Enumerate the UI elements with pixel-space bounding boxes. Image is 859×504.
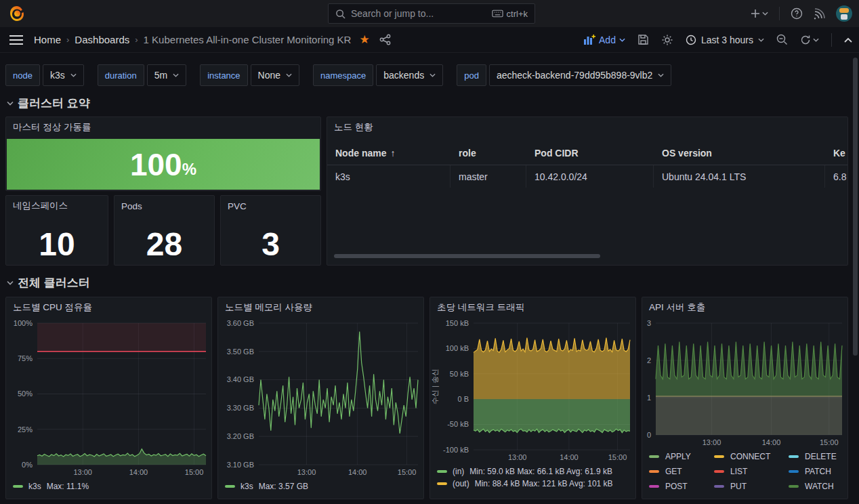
breadcrumb-home[interactable]: Home xyxy=(34,34,61,45)
table-header-row: Node name↑ role Pod CIDR OS version Ke xyxy=(327,142,847,165)
variable-namespace-label[interactable]: namespace xyxy=(313,64,373,86)
chevron-down-icon xyxy=(619,38,625,42)
legend-series-name[interactable]: PATCH xyxy=(805,467,831,476)
cpu-usage-chart[interactable]: 0%25%50%75%100%13:0014:0015:00 xyxy=(6,318,211,478)
chevron-down-icon xyxy=(286,73,292,77)
series-color-swatch[interactable] xyxy=(714,485,724,488)
new-menu-button[interactable] xyxy=(751,9,768,18)
memory-usage-chart[interactable]: 3.10 GB3.20 GB3.30 GB3.40 GB3.50 GB3.60 … xyxy=(218,318,423,478)
api-server-calls-chart[interactable]: 012313:0014:0015:00 xyxy=(642,318,847,448)
panel-api-server-calls-title[interactable]: API 서버 호출 xyxy=(642,297,847,318)
legend-series-name[interactable]: WATCH xyxy=(805,482,834,491)
breadcrumb-dashboards[interactable]: Dashboards xyxy=(75,34,129,45)
pvc-stat-value: 3 xyxy=(221,226,320,263)
svg-text:100%: 100% xyxy=(14,319,33,327)
table-horizontal-scrollbar[interactable] xyxy=(334,254,600,258)
svg-text:1: 1 xyxy=(647,394,651,402)
column-header-pod-cidr[interactable]: Pod CIDR xyxy=(526,148,654,159)
legend-series-name[interactable]: GET xyxy=(665,467,682,476)
series-color-swatch[interactable] xyxy=(437,482,447,485)
news-button[interactable] xyxy=(814,8,825,20)
legend-series-name[interactable]: (in) xyxy=(453,467,464,476)
variable-node-label[interactable]: node xyxy=(5,64,40,86)
series-color-swatch[interactable] xyxy=(649,485,659,488)
add-panel-button[interactable]: Add xyxy=(584,35,625,45)
svg-text:13:00: 13:00 xyxy=(508,453,527,461)
svg-text:14:00: 14:00 xyxy=(560,453,579,461)
column-header-role[interactable]: role xyxy=(451,148,526,159)
series-color-swatch[interactable] xyxy=(225,485,235,488)
series-color-swatch[interactable] xyxy=(714,470,724,473)
cell-node-name: k3s xyxy=(327,165,451,188)
variable-pod-value[interactable]: aecheck-backend-79dd95b898-9vlb2 xyxy=(489,64,671,86)
page-scrollbar[interactable] xyxy=(853,58,858,356)
favorite-star-icon[interactable]: ★ xyxy=(359,33,369,47)
svg-text:3.10 GB: 3.10 GB xyxy=(227,461,254,469)
column-header-node-name[interactable]: Node name↑ xyxy=(327,148,451,159)
panel-node-status-title[interactable]: 노드 현황 xyxy=(327,117,847,138)
variable-node-value[interactable]: k3s xyxy=(43,64,84,86)
series-color-swatch[interactable] xyxy=(649,470,659,473)
legend-series-name[interactable]: k3s xyxy=(28,482,41,491)
help-button[interactable] xyxy=(791,7,803,20)
series-color-swatch[interactable] xyxy=(789,485,799,488)
svg-text:14:00: 14:00 xyxy=(348,468,367,476)
series-color-swatch[interactable] xyxy=(714,455,724,458)
settings-gear-icon[interactable] xyxy=(661,34,673,46)
refresh-icon xyxy=(800,35,811,45)
series-color-swatch[interactable] xyxy=(437,470,447,473)
panel-pvc: PVC 3 xyxy=(220,195,321,266)
search-input[interactable]: Search or jump to... ctrl+k xyxy=(328,3,535,24)
rss-icon xyxy=(814,8,825,20)
legend-series-name[interactable]: LIST xyxy=(730,467,747,476)
cell-pod-cidr: 10.42.0.0/24 xyxy=(526,165,654,188)
grafana-logo[interactable] xyxy=(8,5,26,22)
save-icon[interactable] xyxy=(637,34,649,45)
legend-series-name[interactable]: PUT xyxy=(730,482,747,491)
chevron-down-icon xyxy=(758,38,764,42)
shortcut-hint: ctrl+k xyxy=(492,9,528,19)
variable-duration-label[interactable]: duration xyxy=(98,64,144,86)
collapse-up-icon[interactable] xyxy=(844,37,852,43)
legend-series-name[interactable]: POST xyxy=(665,482,688,491)
legend-series-name[interactable]: (out) xyxy=(453,479,469,488)
time-range-picker[interactable]: Last 3 hours xyxy=(686,35,764,45)
variable-namespace-value[interactable]: backends xyxy=(376,64,443,86)
share-icon[interactable] xyxy=(379,34,391,45)
cell-role: master xyxy=(451,165,526,188)
column-header-os-version[interactable]: OS version xyxy=(654,148,825,159)
legend-series-name[interactable]: CONNECT xyxy=(730,452,770,461)
variable-duration: duration 5m xyxy=(98,64,186,86)
series-color-swatch[interactable] xyxy=(649,455,659,458)
refresh-button[interactable] xyxy=(800,35,819,45)
panel-network-traffic-title[interactable]: 초당 네트워크 트래픽 xyxy=(430,297,635,318)
legend-series-name[interactable]: k3s xyxy=(240,482,253,491)
cell-kernel: 6.8 xyxy=(825,165,848,188)
panel-memory-usage-title[interactable]: 노드별 메모리 사용량 xyxy=(218,297,423,318)
section-cluster-summary[interactable]: 클러스터 요약 xyxy=(7,96,90,111)
svg-text:100 kB: 100 kB xyxy=(446,344,469,352)
panel-pvc-title[interactable]: PVC xyxy=(221,196,320,216)
variable-instance-value[interactable]: None xyxy=(251,64,299,86)
legend-series-stats: Max: 3.57 GB xyxy=(259,482,308,491)
zoom-out-icon[interactable] xyxy=(776,34,788,45)
panel-master-uptime-title[interactable]: 마스터 정상 가동률 xyxy=(6,117,320,138)
panel-cpu-usage-title[interactable]: 노드별 CPU 점유율 xyxy=(6,297,211,318)
svg-text:3.40 GB: 3.40 GB xyxy=(227,375,254,383)
series-color-swatch[interactable] xyxy=(789,455,799,458)
menu-toggle-icon[interactable] xyxy=(9,35,23,45)
series-color-swatch[interactable] xyxy=(789,470,799,473)
variable-pod-label[interactable]: pod xyxy=(457,64,486,86)
section-whole-cluster[interactable]: 전체 클러스터 xyxy=(7,275,90,291)
panel-namespaces-title[interactable]: 네임스페이스 xyxy=(6,196,108,216)
svg-text:0: 0 xyxy=(647,431,651,439)
variable-duration-value[interactable]: 5m xyxy=(147,64,186,86)
series-color-swatch[interactable] xyxy=(13,485,23,488)
variable-instance-label[interactable]: instance xyxy=(200,64,247,86)
network-traffic-chart[interactable]: -100 kB-50 kB0 B50 kB100 kB150 kB13:0014… xyxy=(430,318,635,463)
panel-pods-title[interactable]: Pods xyxy=(114,196,214,216)
user-avatar[interactable] xyxy=(836,5,852,22)
legend-series-name[interactable]: DELETE xyxy=(805,452,837,461)
legend-series-name[interactable]: APPLY xyxy=(665,452,691,461)
column-header-kernel[interactable]: Ke xyxy=(825,148,848,159)
